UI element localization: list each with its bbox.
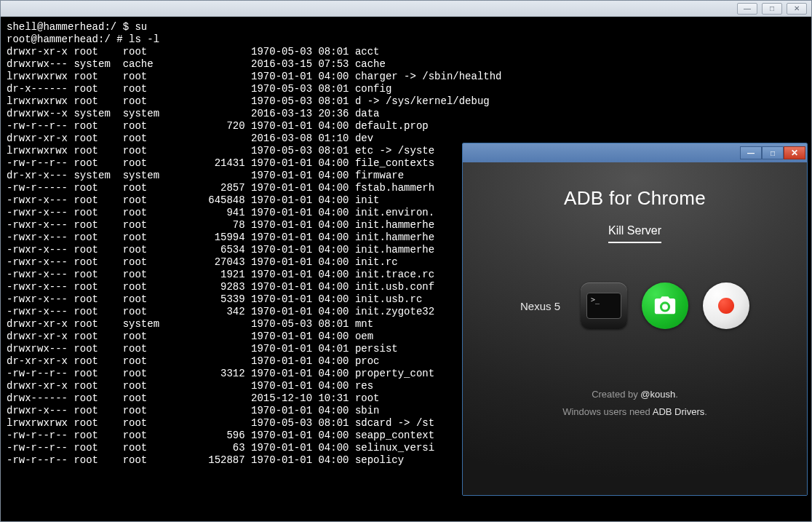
drivers-link[interactable]: ADB Drivers bbox=[653, 406, 705, 417]
adb-minimize-button[interactable]: — bbox=[740, 146, 762, 159]
device-label: Nexus 5 bbox=[520, 300, 560, 312]
terminal-titlebar[interactable]: — □ ✕ bbox=[1, 1, 811, 17]
adb-footer: Created by @koush. Windows users need AD… bbox=[562, 386, 707, 421]
record-icon bbox=[718, 298, 734, 314]
adb-maximize-button[interactable]: □ bbox=[762, 146, 784, 159]
author-link[interactable]: @koush bbox=[640, 389, 675, 400]
open-shell-button[interactable]: >_ bbox=[581, 282, 627, 329]
camera-icon bbox=[653, 293, 677, 318]
terminal-minimize-button[interactable]: — bbox=[737, 3, 757, 15]
device-row: Nexus 5 >_ bbox=[520, 282, 749, 329]
adb-close-button[interactable]: ✕ bbox=[784, 146, 805, 159]
adb-titlebar[interactable]: — □ ✕ bbox=[463, 143, 807, 162]
kill-server-button[interactable]: Kill Server bbox=[608, 224, 661, 243]
terminal-close-button[interactable]: ✕ bbox=[787, 3, 807, 15]
footer-text: Created by bbox=[592, 389, 640, 400]
adb-window: — □ ✕ ADB for Chrome Kill Server Nexus 5… bbox=[462, 143, 808, 496]
adb-body: ADB for Chrome Kill Server Nexus 5 >_ Cr… bbox=[463, 162, 807, 495]
terminal-icon: >_ bbox=[586, 293, 621, 319]
adb-title: ADB for Chrome bbox=[564, 187, 706, 210]
record-button[interactable] bbox=[703, 282, 749, 329]
footer-text: Windows users need bbox=[562, 406, 653, 417]
terminal-maximize-button[interactable]: □ bbox=[762, 3, 782, 15]
screenshot-button[interactable] bbox=[642, 282, 688, 329]
